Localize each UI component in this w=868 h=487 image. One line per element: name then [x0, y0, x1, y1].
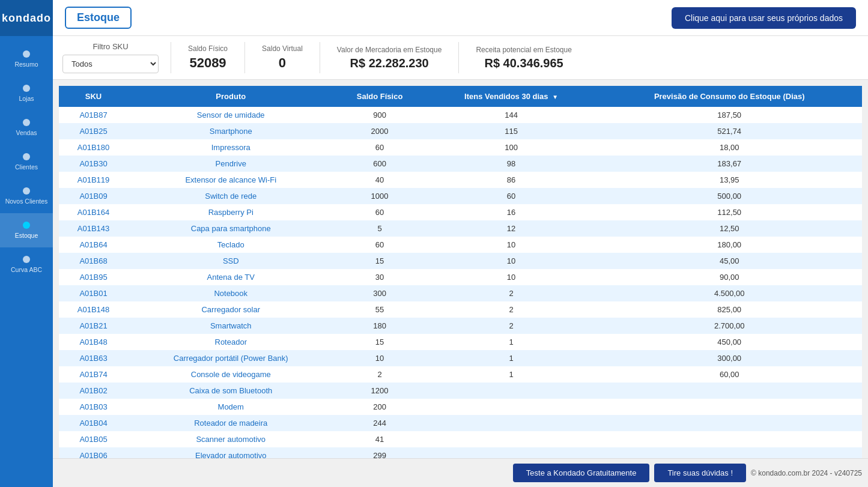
- table-cell: Carregador solar: [128, 301, 333, 318]
- table-cell: Smartphone: [128, 123, 333, 139]
- table-cell: A01B68: [59, 253, 128, 269]
- table-row: A01B03Modem200: [59, 399, 862, 415]
- sidebar-item-curva-abc[interactable]: Curva ABC: [0, 247, 53, 282]
- table-cell: 187,50: [596, 107, 862, 123]
- questions-button[interactable]: Tire suas dúvidas !: [654, 464, 746, 482]
- table-row: A01B74Console de videogame2160,00: [59, 366, 862, 383]
- table-cell: 45,00: [596, 253, 862, 269]
- table-cell: Capa para smartphone: [128, 220, 333, 237]
- stat-saldo-virtual: Saldo Virtual 0: [245, 42, 320, 73]
- table-cell: 1200: [333, 383, 425, 399]
- table-body: A01B87Sensor de umidade900144187,50A01B2…: [59, 107, 862, 458]
- col-itens-vendidos[interactable]: Itens Vendidos 30 dias ▼: [426, 86, 597, 107]
- table-cell: 18,00: [596, 139, 862, 156]
- table-cell: 180: [333, 318, 425, 334]
- sort-icon-itens: ▼: [552, 94, 558, 100]
- table-cell: 15: [333, 334, 425, 350]
- test-button[interactable]: Teste a Kondado Gratuitamente: [513, 464, 650, 482]
- page-title-button[interactable]: Estoque: [65, 7, 132, 29]
- table-cell: A01B48: [59, 334, 128, 350]
- col-saldo-fisico[interactable]: Saldo Físico: [333, 86, 425, 107]
- table-cell: 900: [333, 107, 425, 123]
- table-cell: 450,00: [596, 334, 862, 350]
- col-previsao[interactable]: Previsão de Consumo do Estoque (Dias): [596, 86, 862, 107]
- sidebar-dot-resumo: [23, 50, 30, 58]
- table-row: A01B95Antena de TV301090,00: [59, 269, 862, 285]
- sidebar-item-vendas[interactable]: Vendas: [0, 110, 53, 145]
- table-cell: 1: [426, 350, 597, 366]
- table-cell: 60: [333, 237, 425, 253]
- table-cell: A01B148: [59, 301, 128, 318]
- table-cell: [596, 415, 862, 431]
- table-row: A01B148Carregador solar552825,00: [59, 301, 862, 318]
- app-logo: kondado: [0, 0, 53, 36]
- table-cell: Teclado: [128, 237, 333, 253]
- table-row: A01B164Raspberry Pi6016112,50: [59, 204, 862, 220]
- table-cell: 244: [333, 415, 425, 431]
- table-cell: [426, 431, 597, 447]
- stat-receita-potencial: Receita potencial em Estoque R$ 40.346.9…: [459, 42, 588, 73]
- table-cell: A01B63: [59, 350, 128, 366]
- table-cell: [426, 383, 597, 399]
- sidebar-item-lojas[interactable]: Lojas: [0, 76, 53, 110]
- table-cell: 115: [426, 123, 597, 139]
- sidebar-dot-lojas: [23, 85, 30, 92]
- sidebar-nav: Resumo Lojas Vendas Clientes Novos Clien…: [0, 42, 53, 487]
- table-cell: 4.500,00: [596, 285, 862, 301]
- table-cell: 2000: [333, 123, 425, 139]
- table-cell: Roteador: [128, 334, 333, 350]
- table-cell: A01B21: [59, 318, 128, 334]
- table-cell: 10: [333, 350, 425, 366]
- table-cell: 521,74: [596, 123, 862, 139]
- table-row: A01B04Roteador de madeira244: [59, 415, 862, 431]
- sidebar-item-resumo[interactable]: Resumo: [0, 42, 53, 76]
- sidebar-item-clientes[interactable]: Clientes: [0, 145, 53, 179]
- table-cell: 98: [426, 156, 597, 172]
- table-wrapper[interactable]: SKU Produto Saldo Físico Itens Vendidos …: [59, 86, 862, 458]
- table-cell: [596, 383, 862, 399]
- table-cell: Notebook: [128, 285, 333, 301]
- table-row: A01B09Switch de rede100060500,00: [59, 188, 862, 204]
- table-cell: 825,00: [596, 301, 862, 318]
- sku-filter-select[interactable]: Todos: [62, 55, 159, 73]
- table-cell: 10: [426, 237, 597, 253]
- valor-mercadoria-label: Valor de Mercadoria em Estoque: [337, 46, 442, 54]
- table-cell: 2: [333, 366, 425, 383]
- table-cell: A01B09: [59, 188, 128, 204]
- footer: Teste a Kondado Gratuitamente Tire suas …: [53, 458, 868, 487]
- table-cell: A01B01: [59, 285, 128, 301]
- table-cell: [426, 447, 597, 458]
- saldo-fisico-label: Saldo Físico: [188, 44, 228, 53]
- table-cell: 60: [426, 188, 597, 204]
- table-row: A01B25Smartphone2000115521,74: [59, 123, 862, 139]
- table-cell: Elevador automotivo: [128, 447, 333, 458]
- table-row: A01B30Pendrive60098183,67: [59, 156, 862, 172]
- stats-row: Filtro SKU Todos Saldo Físico 52089 Sald…: [53, 36, 868, 80]
- col-sku[interactable]: SKU: [59, 86, 128, 107]
- receita-potencial-label: Receita potencial em Estoque: [476, 46, 571, 54]
- table-row: A01B180Impressora6010018,00: [59, 139, 862, 156]
- sidebar-item-estoque[interactable]: Estoque: [0, 213, 53, 247]
- table-cell: 144: [426, 107, 597, 123]
- col-produto[interactable]: Produto: [128, 86, 333, 107]
- table-cell: 500,00: [596, 188, 862, 204]
- table-cell: Raspberry Pi: [128, 204, 333, 220]
- table-row: A01B01Notebook30024.500,00: [59, 285, 862, 301]
- table-row: A01B02Caixa de som Bluetooth1200: [59, 383, 862, 399]
- table-cell: A01B30: [59, 156, 128, 172]
- sidebar-item-novos-clientes[interactable]: Novos Clientes: [0, 179, 53, 213]
- table-cell: 2: [426, 285, 597, 301]
- cta-button[interactable]: Clique aqui para usar seus próprios dado…: [672, 7, 856, 29]
- sidebar-dot-novos-clientes: [23, 187, 30, 195]
- table-cell: Extensor de alcance Wi-Fi: [128, 172, 333, 188]
- table-cell: Impressora: [128, 139, 333, 156]
- table-cell: 180,00: [596, 237, 862, 253]
- table-row: A01B119Extensor de alcance Wi-Fi408613,9…: [59, 172, 862, 188]
- table-cell: [596, 431, 862, 447]
- table-cell: A01B02: [59, 383, 128, 399]
- table-cell: 12,50: [596, 220, 862, 237]
- table-cell: Antena de TV: [128, 269, 333, 285]
- table-cell: A01B25: [59, 123, 128, 139]
- table-cell: 10: [426, 269, 597, 285]
- table-cell: 16: [426, 204, 597, 220]
